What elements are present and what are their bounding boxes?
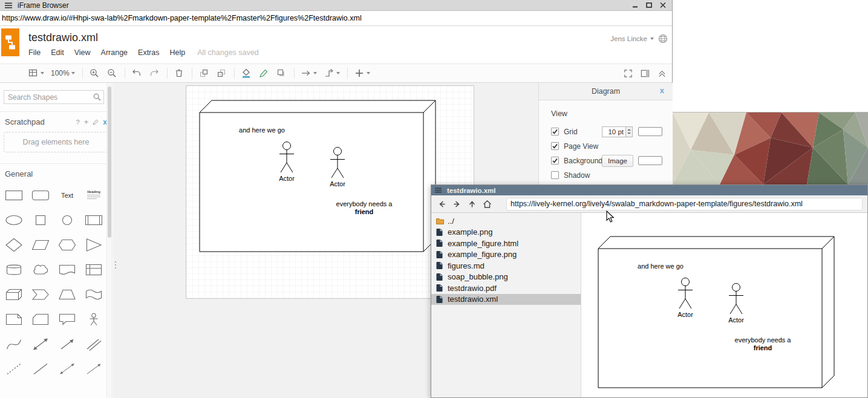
- shape-diamond[interactable]: [1, 232, 27, 257]
- shape-cube[interactable]: [1, 282, 27, 307]
- file-row-figures-md[interactable]: figures.md: [431, 260, 581, 272]
- zoom-in-button[interactable]: [89, 68, 100, 79]
- menu-file[interactable]: File: [28, 48, 41, 57]
- page-view-checkbox[interactable]: [551, 142, 559, 150]
- shape-step[interactable]: [27, 282, 54, 307]
- up-button[interactable]: [466, 199, 477, 209]
- shape-cloud[interactable]: [27, 257, 54, 282]
- menu-extras[interactable]: Extras: [138, 48, 159, 57]
- redo-button[interactable]: [149, 68, 160, 79]
- page-view-button[interactable]: [28, 68, 44, 79]
- up-icon: [468, 200, 477, 209]
- to-front-button[interactable]: [198, 68, 209, 79]
- minimize-button[interactable]: [632, 2, 638, 8]
- menu-edit[interactable]: Edit: [51, 48, 64, 57]
- folder-icon: [436, 218, 445, 224]
- menu-view[interactable]: View: [74, 48, 91, 57]
- shape-text[interactable]: Text: [54, 183, 80, 207]
- shape-line[interactable]: [27, 356, 54, 381]
- help-icon[interactable]: ?: [76, 119, 80, 126]
- connection-button[interactable]: [301, 68, 317, 79]
- shape-card[interactable]: [27, 307, 54, 331]
- shape-parallelogram[interactable]: [27, 232, 54, 257]
- shape-cylinder[interactable]: [1, 257, 27, 282]
- waypoints-button[interactable]: [324, 68, 340, 79]
- search-input[interactable]: [4, 90, 104, 104]
- file-url-bar[interactable]: https://lively-kernel.org/lively4/swalab…: [506, 198, 863, 210]
- close-button[interactable]: [660, 2, 666, 8]
- fullscreen-button[interactable]: [623, 68, 633, 79]
- pencil-icon[interactable]: [93, 119, 99, 125]
- home-button[interactable]: [481, 199, 492, 209]
- shape-ellipse[interactable]: [1, 207, 27, 232]
- forward-button[interactable]: [451, 199, 462, 209]
- scrollbar-thumb[interactable]: [108, 86, 111, 238]
- file-row-example-png[interactable]: example.png: [431, 227, 581, 238]
- file-row-testdrawio-xml[interactable]: testdrawio.xml: [431, 294, 581, 305]
- menu-help[interactable]: Help: [170, 48, 186, 57]
- user-menu[interactable]: Jens Lincke: [610, 35, 654, 42]
- maximize-button[interactable]: [646, 2, 652, 8]
- general-header[interactable]: General: [0, 164, 112, 183]
- shape-tape[interactable]: [80, 282, 107, 307]
- sidebar-scrollbar[interactable]: [106, 83, 112, 398]
- close-panel-icon[interactable]: x: [660, 86, 664, 95]
- grid-checkbox[interactable]: [551, 128, 559, 135]
- sidebar-splitter-grip[interactable]: [114, 257, 117, 273]
- file-row-item[interactable]: ../: [431, 215, 581, 227]
- undo-button[interactable]: [131, 68, 142, 79]
- shape-trapezoid[interactable]: [54, 282, 80, 307]
- shape-rectangle[interactable]: [1, 183, 27, 207]
- address-bar[interactable]: https://www.draw.io/#Hhpi-swa-lab%2Fmark…: [0, 11, 672, 26]
- shape-bidirectional-arrow[interactable]: [27, 331, 54, 356]
- shape-arrow[interactable]: [54, 331, 80, 356]
- shape-process[interactable]: [80, 207, 107, 232]
- background-image-button[interactable]: Image: [602, 155, 633, 167]
- shape-actor[interactable]: [80, 307, 107, 331]
- shape-note[interactable]: [1, 307, 27, 331]
- shape-curve[interactable]: [1, 331, 27, 356]
- shape-bidirectional-connector[interactable]: [54, 356, 80, 381]
- add-icon[interactable]: +: [84, 117, 89, 126]
- shape-internal-storage[interactable]: [80, 257, 107, 282]
- file-row-testdrawio-pdf[interactable]: testdrawio.pdf: [431, 282, 581, 294]
- shape-dashed-line[interactable]: [1, 356, 27, 381]
- file-row-example-figure-html[interactable]: example_figure.html: [431, 238, 581, 249]
- line-color-button[interactable]: [258, 68, 269, 79]
- hamburger-menu-icon[interactable]: [5, 2, 12, 8]
- collapse-button[interactable]: [657, 68, 667, 79]
- to-back-button[interactable]: [216, 68, 227, 79]
- zoom-out-button[interactable]: [106, 68, 117, 79]
- language-globe-icon[interactable]: [658, 34, 668, 44]
- shadow-button[interactable]: [276, 68, 287, 79]
- shape-document[interactable]: [54, 257, 80, 282]
- zoom-select[interactable]: 100%: [51, 69, 75, 77]
- shape-link[interactable]: [80, 331, 107, 356]
- fill-color-button[interactable]: [241, 68, 252, 79]
- grid-color-swatch[interactable]: [638, 127, 662, 136]
- shape-circle[interactable]: [54, 207, 80, 232]
- background-checkbox[interactable]: [551, 157, 559, 165]
- insert-button[interactable]: [354, 68, 370, 79]
- back-button[interactable]: [436, 199, 447, 209]
- shape-triangle[interactable]: [80, 232, 107, 257]
- shape-directional-connector[interactable]: [80, 356, 107, 381]
- shape-rounded-rectangle[interactable]: [27, 183, 54, 207]
- shape-square[interactable]: [27, 207, 54, 232]
- shape-hexagon[interactable]: [54, 232, 80, 257]
- shape-textbox[interactable]: Heading: [80, 183, 107, 207]
- search-icon[interactable]: [93, 93, 101, 101]
- tab-diagram[interactable]: Diagram x: [539, 83, 673, 100]
- menu-arrange[interactable]: Arrange: [101, 48, 128, 57]
- file-row-soap-bubble-png[interactable]: soap_bubble.png: [431, 272, 581, 283]
- format-panel-button[interactable]: [640, 68, 650, 79]
- shadow-checkbox[interactable]: [551, 171, 559, 179]
- background-color-swatch[interactable]: [638, 156, 662, 165]
- file-row-example-figure-png[interactable]: example_figure.png: [431, 249, 581, 261]
- shape-callout[interactable]: [54, 307, 80, 331]
- delete-button[interactable]: [174, 68, 184, 79]
- grid-spinner[interactable]: [626, 126, 633, 137]
- scratchpad-drop-area[interactable]: Drag elements here: [4, 132, 108, 152]
- grid-size-input[interactable]: 10 pt: [602, 126, 626, 137]
- hamburger-menu-icon[interactable]: [435, 188, 442, 193]
